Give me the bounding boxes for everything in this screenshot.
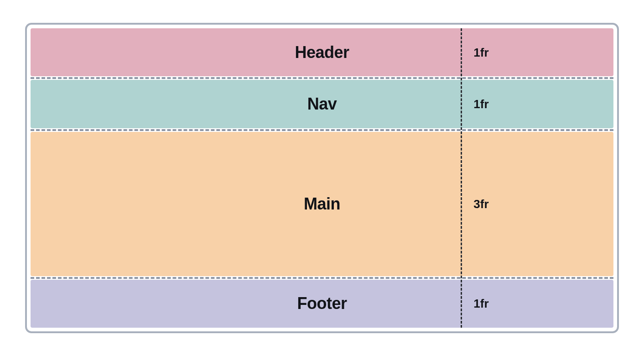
fr-label-main: 3fr [473, 197, 488, 211]
row-label-main: Main [304, 194, 340, 214]
grid-row-main: Main 3fr [31, 132, 613, 276]
grid-line-horizontal-3 [31, 277, 613, 279]
row-label-header: Header [295, 43, 349, 62]
grid-line-horizontal-1 [31, 77, 613, 79]
fr-label-footer: 1fr [473, 297, 488, 311]
grid-layout-diagram: Header 1fr Nav 1fr Main 3fr Footer 1fr [25, 23, 619, 333]
grid-row-footer: Footer 1fr [31, 280, 613, 328]
fr-label-header: 1fr [473, 45, 488, 59]
row-label-nav: Nav [307, 94, 337, 114]
grid-row-nav: Nav 1fr [31, 80, 613, 128]
row-label-footer: Footer [297, 294, 347, 313]
grid-row-header: Header 1fr [31, 28, 613, 76]
fr-label-nav: 1fr [473, 97, 488, 111]
grid-line-horizontal-2 [31, 129, 613, 131]
